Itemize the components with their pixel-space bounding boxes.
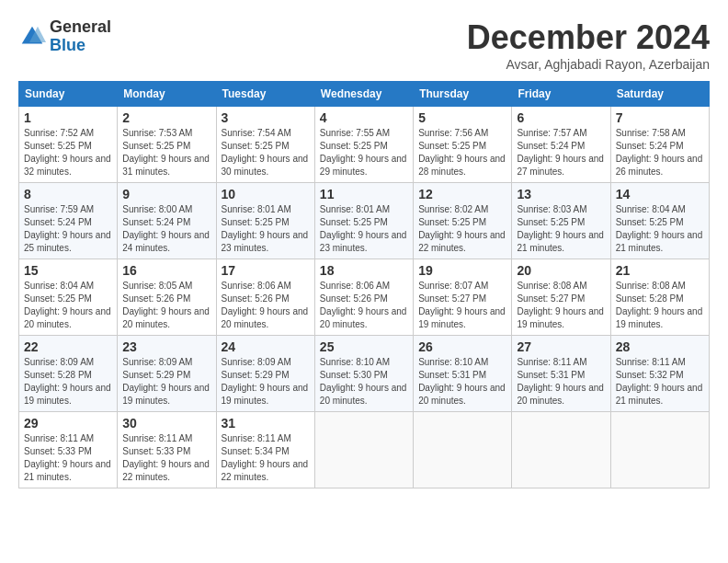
daylight-label: Daylight: 9 hours and 19 minutes.: [517, 306, 604, 329]
calendar-cell: 14 Sunrise: 8:04 AM Sunset: 5:25 PM Dayl…: [610, 183, 709, 259]
calendar-cell: 3 Sunrise: 7:54 AM Sunset: 5:25 PM Dayli…: [216, 107, 314, 183]
daylight-label: Daylight: 9 hours and 20 minutes.: [24, 306, 111, 329]
calendar-cell: 18 Sunrise: 8:06 AM Sunset: 5:26 PM Dayl…: [314, 259, 413, 336]
day-info: Sunrise: 8:10 AM Sunset: 5:31 PM Dayligh…: [418, 356, 506, 408]
calendar-week-3: 15 Sunrise: 8:04 AM Sunset: 5:25 PM Dayl…: [19, 259, 710, 336]
calendar-cell: 30 Sunrise: 8:11 AM Sunset: 5:33 PM Dayl…: [118, 412, 216, 488]
day-number: 10: [222, 187, 310, 201]
day-number: 22: [24, 339, 112, 354]
daylight-label: Daylight: 9 hours and 21 minutes.: [616, 230, 703, 253]
day-number: 7: [616, 110, 704, 125]
calendar-cell: [512, 412, 610, 488]
column-header-thursday: Thursday: [414, 82, 512, 107]
calendar-cell: 22 Sunrise: 8:09 AM Sunset: 5:28 PM Dayl…: [19, 336, 118, 412]
daylight-label: Daylight: 9 hours and 22 minutes.: [222, 459, 309, 482]
day-number: 8: [24, 187, 112, 201]
calendar-week-4: 22 Sunrise: 8:09 AM Sunset: 5:28 PM Dayl…: [19, 336, 710, 412]
day-info: Sunrise: 8:11 AM Sunset: 5:33 PM Dayligh…: [24, 432, 112, 484]
sunrise-label: Sunrise: 8:10 AM: [418, 357, 488, 367]
calendar-cell: 24 Sunrise: 8:09 AM Sunset: 5:29 PM Dayl…: [216, 336, 314, 412]
sunset-label: Sunset: 5:25 PM: [517, 217, 585, 227]
sunset-label: Sunset: 5:27 PM: [517, 293, 585, 304]
daylight-label: Daylight: 9 hours and 20 minutes.: [517, 383, 604, 406]
sunset-label: Sunset: 5:25 PM: [222, 141, 290, 151]
day-number: 26: [418, 339, 506, 354]
daylight-label: Daylight: 9 hours and 20 minutes.: [320, 383, 407, 406]
day-number: 21: [616, 263, 704, 278]
daylight-label: Daylight: 9 hours and 19 minutes.: [24, 383, 111, 406]
daylight-label: Daylight: 9 hours and 22 minutes.: [418, 230, 506, 253]
column-header-friday: Friday: [512, 82, 610, 107]
calendar-cell: 25 Sunrise: 8:10 AM Sunset: 5:30 PM Dayl…: [314, 336, 413, 412]
daylight-label: Daylight: 9 hours and 20 minutes.: [320, 306, 407, 329]
calendar-table: SundayMondayTuesdayWednesdayThursdayFrid…: [18, 81, 710, 488]
sunset-label: Sunset: 5:25 PM: [24, 141, 92, 151]
sunset-label: Sunset: 5:25 PM: [418, 141, 486, 151]
sunrise-label: Sunrise: 8:11 AM: [222, 433, 291, 443]
day-info: Sunrise: 8:06 AM Sunset: 5:26 PM Dayligh…: [222, 280, 310, 331]
sunrise-label: Sunrise: 8:08 AM: [517, 281, 586, 291]
day-number: 12: [418, 187, 506, 201]
logo-general: General: [50, 18, 111, 37]
day-info: Sunrise: 8:03 AM Sunset: 5:25 PM Dayligh…: [517, 203, 605, 255]
day-info: Sunrise: 8:11 AM Sunset: 5:34 PM Dayligh…: [222, 432, 310, 484]
sunset-label: Sunset: 5:24 PM: [517, 141, 585, 151]
day-info: Sunrise: 8:01 AM Sunset: 5:25 PM Dayligh…: [320, 203, 408, 255]
daylight-label: Daylight: 9 hours and 19 minutes.: [418, 306, 506, 329]
page-header: General Blue December 2024 Avsar, Aghjab…: [18, 18, 710, 72]
calendar-cell: [610, 412, 709, 488]
sunrise-label: Sunrise: 8:10 AM: [320, 357, 390, 367]
sunset-label: Sunset: 5:24 PM: [616, 141, 684, 151]
day-info: Sunrise: 8:11 AM Sunset: 5:32 PM Dayligh…: [616, 356, 704, 408]
day-info: Sunrise: 7:57 AM Sunset: 5:24 PM Dayligh…: [517, 127, 605, 178]
day-number: 23: [122, 339, 210, 354]
sunrise-label: Sunrise: 8:11 AM: [517, 357, 586, 367]
sunset-label: Sunset: 5:28 PM: [24, 370, 92, 380]
daylight-label: Daylight: 9 hours and 19 minutes.: [616, 306, 703, 329]
sunrise-label: Sunrise: 7:56 AM: [418, 128, 488, 138]
calendar-week-1: 1 Sunrise: 7:52 AM Sunset: 5:25 PM Dayli…: [19, 107, 710, 183]
calendar-cell: 17 Sunrise: 8:06 AM Sunset: 5:26 PM Dayl…: [216, 259, 314, 336]
day-number: 16: [122, 263, 210, 278]
sunrise-label: Sunrise: 7:57 AM: [517, 128, 586, 138]
sunset-label: Sunset: 5:31 PM: [418, 370, 486, 380]
logo-blue: Blue: [50, 37, 111, 55]
calendar-cell: 7 Sunrise: 7:58 AM Sunset: 5:24 PM Dayli…: [610, 107, 709, 183]
day-number: 20: [517, 263, 605, 278]
sunset-label: Sunset: 5:25 PM: [418, 217, 486, 227]
daylight-label: Daylight: 9 hours and 32 minutes.: [24, 154, 111, 177]
day-number: 1: [24, 110, 112, 125]
calendar-cell: 9 Sunrise: 8:00 AM Sunset: 5:24 PM Dayli…: [118, 183, 216, 259]
day-info: Sunrise: 7:59 AM Sunset: 5:24 PM Dayligh…: [24, 203, 112, 255]
sunrise-label: Sunrise: 8:11 AM: [616, 357, 686, 367]
month-title: December 2024: [467, 18, 710, 57]
day-number: 13: [517, 187, 605, 201]
daylight-label: Daylight: 9 hours and 23 minutes.: [320, 230, 407, 253]
sunset-label: Sunset: 5:26 PM: [222, 293, 290, 304]
sunrise-label: Sunrise: 8:07 AM: [418, 281, 488, 291]
day-info: Sunrise: 7:54 AM Sunset: 5:25 PM Dayligh…: [222, 127, 310, 178]
daylight-label: Daylight: 9 hours and 31 minutes.: [122, 154, 210, 177]
calendar-cell: 8 Sunrise: 7:59 AM Sunset: 5:24 PM Dayli…: [19, 183, 118, 259]
sunrise-label: Sunrise: 8:08 AM: [616, 281, 686, 291]
day-info: Sunrise: 7:55 AM Sunset: 5:25 PM Dayligh…: [320, 127, 408, 178]
day-number: 19: [418, 263, 506, 278]
sunset-label: Sunset: 5:29 PM: [122, 370, 190, 380]
calendar-cell: 13 Sunrise: 8:03 AM Sunset: 5:25 PM Dayl…: [512, 183, 610, 259]
sunset-label: Sunset: 5:24 PM: [122, 217, 190, 227]
sunset-label: Sunset: 5:25 PM: [24, 293, 92, 304]
day-number: 30: [122, 416, 210, 431]
sunset-label: Sunset: 5:25 PM: [222, 217, 290, 227]
sunrise-label: Sunrise: 7:54 AM: [222, 128, 291, 138]
logo-text: General Blue: [50, 18, 111, 55]
daylight-label: Daylight: 9 hours and 20 minutes.: [418, 383, 506, 406]
sunrise-label: Sunrise: 7:58 AM: [616, 128, 686, 138]
title-area: December 2024 Avsar, Aghjabadi Rayon, Az…: [467, 18, 710, 72]
day-info: Sunrise: 8:08 AM Sunset: 5:27 PM Dayligh…: [517, 280, 605, 331]
day-info: Sunrise: 8:05 AM Sunset: 5:26 PM Dayligh…: [122, 280, 210, 331]
day-info: Sunrise: 8:09 AM Sunset: 5:29 PM Dayligh…: [122, 356, 210, 408]
sunrise-label: Sunrise: 8:05 AM: [122, 281, 192, 291]
day-number: 9: [122, 187, 210, 201]
day-info: Sunrise: 8:11 AM Sunset: 5:33 PM Dayligh…: [122, 432, 210, 484]
day-info: Sunrise: 7:53 AM Sunset: 5:25 PM Dayligh…: [122, 127, 210, 178]
